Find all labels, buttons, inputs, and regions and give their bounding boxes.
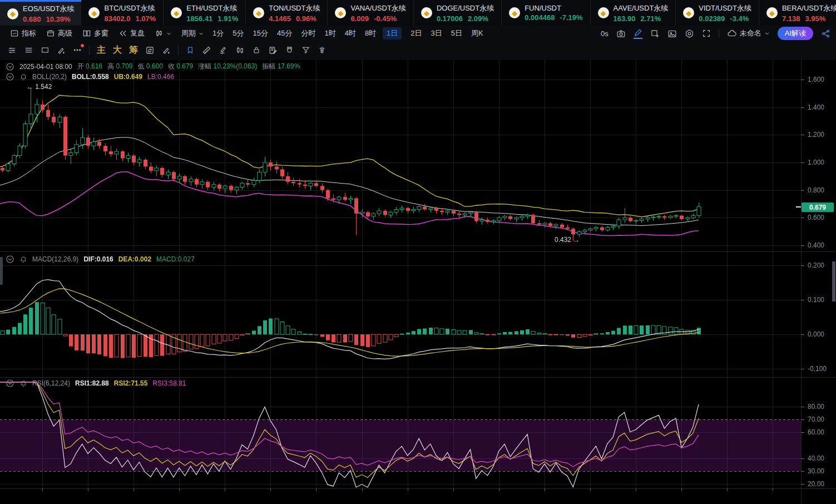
coin-icon: ◆ — [598, 7, 609, 18]
macd-name: MACD(12,26,9) — [32, 255, 78, 263]
change-label: 涨幅 — [198, 62, 211, 70]
draw-tool-rectangle-icon[interactable] — [41, 46, 50, 55]
tab-price: 6.009 — [350, 14, 369, 23]
draw-tool-pen-icon[interactable] — [57, 46, 66, 55]
macd-hist-value: MACD:0.027 — [156, 255, 195, 263]
collapse-icon[interactable] — [6, 72, 14, 81]
tab-price: 0.17006 — [437, 14, 463, 23]
draw-tool-ruler-icon[interactable] — [202, 46, 211, 55]
candle-style-icon — [155, 29, 164, 38]
draw-tool-list-icon[interactable] — [24, 46, 33, 55]
tab-symbol: EOS/USDT永续 — [23, 4, 74, 14]
draw-tool-筹[interactable]: 筹 — [129, 45, 138, 56]
timeframe-4时[interactable]: 4时 — [345, 28, 356, 38]
open-label: 开 — [77, 62, 84, 70]
draw-tool-pen-wave-icon[interactable] — [219, 46, 228, 55]
ticker-tab-bera[interactable]: ◆ BERA/USDT永续 7.138 3.95% — [759, 0, 836, 26]
draw-tool-pen-icon[interactable] — [162, 46, 171, 55]
timeframe-5日[interactable]: 5日 — [451, 28, 462, 38]
tab-price: 163.90 — [614, 14, 636, 23]
draw-tool-note-edit-icon[interactable] — [268, 46, 278, 55]
coin-icon: ◆ — [88, 7, 100, 18]
trading-app: { "ticker_bar": { "add_label": "+", "tab… — [0, 0, 836, 504]
share-icon[interactable] — [821, 29, 830, 38]
close-label: 收 — [168, 62, 175, 70]
ticker-tab-eos[interactable]: ◆ EOS/USDT永续 0.680 10.39% — [0, 0, 81, 26]
boll-lb-value: LB:0.466 — [147, 73, 174, 81]
change-value: 10.23%(0.063) — [214, 62, 258, 70]
coin-icon: ◆ — [335, 7, 346, 18]
draw-tool-大[interactable]: 大 — [113, 45, 122, 56]
gear-icon[interactable] — [685, 29, 694, 38]
chart-canvas[interactable] — [0, 59, 836, 504]
collapse-icon[interactable] — [6, 255, 14, 264]
timeframe-分时[interactable]: 分时 — [301, 28, 315, 38]
toolbar-周期-button[interactable]: 周期 — [181, 28, 204, 38]
ticker-tab-doge[interactable]: ◆ DOGE/USDT永续 0.17006 2.09% — [414, 0, 502, 26]
draw-tool-lock-icon[interactable] — [252, 46, 261, 55]
ticker-tab-btc[interactable]: ◆ BTC/USDT永续 83402.0 1.07% — [81, 0, 164, 26]
timeframe-15分[interactable]: 15分 — [253, 28, 268, 38]
toolbar-candle-style-button[interactable] — [155, 29, 171, 38]
ohlc-legend: 2025-04-01 08:00 开 0.616 高 0.709 低 0.600… — [6, 62, 300, 71]
tab-price: 1856.41 — [186, 14, 212, 23]
fullscreen-icon[interactable] — [702, 29, 711, 38]
draw-tool-candles-icon[interactable] — [235, 46, 245, 55]
toolbar-高级-button[interactable]: 高级 — [46, 28, 72, 38]
draw-tool-refresh-icon[interactable] — [145, 46, 155, 55]
alert-bell-icon[interactable] — [19, 255, 27, 263]
draw-tool-more-icon[interactable] — [73, 46, 82, 55]
chart-area: 2025-04-01 08:00 开 0.616 高 0.709 低 0.600… — [0, 59, 836, 504]
tab-price: 83402.0 — [104, 14, 130, 23]
amplitude-label: 振幅 — [262, 62, 275, 70]
timeframe-1时[interactable]: 1时 — [324, 28, 335, 38]
macd-dea-value: DEA:0.002 — [118, 255, 151, 263]
draw-tool-主[interactable]: 主 — [97, 45, 106, 56]
ticker-tab-fun[interactable]: ◆ FUN/USDT 0.004468 -7.19% — [502, 0, 590, 26]
draw-tool-magnet-icon[interactable] — [285, 46, 294, 55]
camera-icon[interactable] — [616, 29, 626, 38]
ticker-tab-aave[interactable]: ◆ AAVE/USDT永续 163.90 2.71% — [591, 0, 676, 26]
timeframe-45分[interactable]: 45分 — [277, 28, 292, 38]
chevron-down-icon — [199, 31, 204, 36]
alert-bell-icon[interactable] — [19, 73, 27, 81]
add-window-icon[interactable] — [650, 29, 660, 38]
timeframe-1日[interactable]: 1日 — [383, 27, 402, 39]
tab-change: 0.96% — [296, 14, 316, 23]
ticker-tab-ton[interactable]: ◆ TON/USDT永续 4.1465 0.96% — [246, 0, 328, 26]
axis-tick-label: 1.200 — [808, 131, 824, 139]
ticker-tab-vidt[interactable]: ◆ VIDT/USDT永续 0.02389 -3.4% — [676, 0, 759, 26]
timeframe-周K[interactable]: 周K — [471, 28, 483, 38]
timeframe-5分[interactable]: 5分 — [233, 28, 244, 38]
divider — [178, 45, 179, 55]
tab-change: 1.07% — [135, 14, 156, 23]
draw-tool-equalizer-icon[interactable] — [7, 46, 17, 55]
image-icon[interactable] — [667, 29, 677, 38]
draw-tool-funnel-icon[interactable] — [301, 46, 310, 55]
collapse-icon[interactable] — [6, 62, 14, 71]
timeframe-2日[interactable]: 2日 — [410, 28, 422, 38]
toolbar-right: 0s 未命名 AI解读 — [601, 26, 830, 41]
toolbar-多窗-button[interactable]: 多窗 — [82, 28, 108, 38]
timeframe-3日[interactable]: 3日 — [431, 28, 442, 38]
drawing-toolbar: 主大筹 — [0, 41, 836, 60]
tab-price: 0.02389 — [699, 14, 725, 23]
layout-name-menu[interactable]: 未命名 — [727, 28, 770, 38]
ai-analysis-button[interactable]: AI解读 — [778, 27, 813, 40]
toolbar-复盘-button[interactable]: 复盘 — [118, 28, 145, 38]
axis-tick-label: 1.400 — [808, 103, 824, 111]
draw-tool-trash-icon[interactable] — [318, 46, 327, 55]
axis-tick-label: 0.600 — [808, 214, 824, 221]
axis-tick-label: 0.100 — [808, 296, 824, 304]
timeframe-8时[interactable]: 8时 — [365, 28, 376, 38]
draw-tool-bookmark-icon[interactable] — [186, 46, 195, 55]
tab-symbol: ETH/USDT永续 — [186, 3, 238, 13]
ticker-tab-vana[interactable]: ◆ VANA/USDT永续 6.009 -0.45% — [328, 0, 413, 26]
ticker-tab-eth[interactable]: ◆ ETH/USDT永续 1856.41 1.91% — [164, 0, 246, 26]
toolbar-指标-button[interactable]: 指标 — [10, 28, 36, 38]
collapse-icon[interactable] — [6, 379, 14, 388]
alert-bell-icon[interactable] — [19, 379, 27, 387]
pencil-icon[interactable] — [634, 28, 642, 39]
timeframe-1分[interactable]: 1分 — [212, 28, 224, 38]
tab-symbol: FUN/USDT — [525, 4, 582, 12]
